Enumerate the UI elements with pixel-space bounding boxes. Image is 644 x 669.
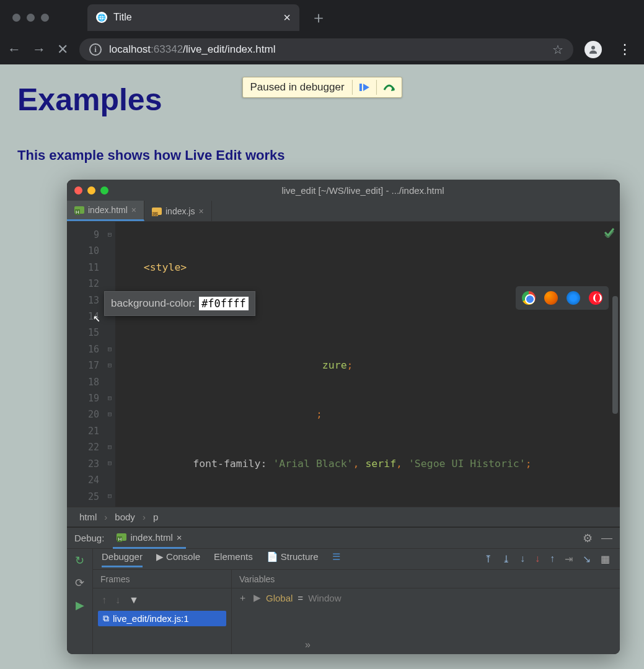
ide-title: live_edit [~/WS/live_edit] - .../index.h… <box>113 185 612 196</box>
force-step-icon[interactable]: ↓ <box>535 553 540 565</box>
tab-console[interactable]: ▶ Console <box>156 551 200 567</box>
stack-frame[interactable]: ⧉ live_edit/index.js:1 <box>98 611 226 626</box>
debugger-paused-badge: Paused in debugger <box>242 77 402 98</box>
debug-toolbar: Debugger ▶ Console Elements 📄 Structure … <box>93 549 620 570</box>
add-watch-button[interactable]: ＋ <box>238 592 247 604</box>
variables-column: Variables ＋ ▶ Global = Window <box>232 570 620 654</box>
debug-side-actions: ↻ ⟳ ▶ <box>67 549 93 654</box>
browser-preview-icons <box>516 286 609 310</box>
close-tab-icon[interactable]: × <box>131 205 136 215</box>
drop-frame-icon[interactable]: ↘ <box>583 553 591 565</box>
bookmark-icon[interactable]: ☆ <box>552 42 563 57</box>
breadcrumb[interactable]: html› body› p <box>67 507 620 527</box>
frames-column: Frames ↑ ↓ ▼ ⧉ live_edit/index.js:1 <box>93 570 232 654</box>
minimize-icon[interactable]: — <box>601 531 612 544</box>
address-bar: ← → ✕ i localhost:63342/live_edit/index.… <box>0 35 644 64</box>
new-tab-button[interactable]: ＋ <box>299 7 338 28</box>
tab-elements[interactable]: Elements <box>214 551 253 567</box>
ide-titlebar[interactable]: live_edit [~/WS/live_edit] - .../index.h… <box>67 180 620 201</box>
hint-value: #f0ffff <box>199 297 249 310</box>
ide-max-icon[interactable] <box>100 186 108 195</box>
variable-row[interactable]: ▶ Global = Window <box>254 592 341 603</box>
html-file-icon <box>117 533 126 541</box>
reload-button[interactable]: ⟳ <box>75 576 84 590</box>
site-info-icon[interactable]: i <box>89 43 102 56</box>
tab-label: index.js <box>165 206 195 216</box>
stop-button[interactable]: ✕ <box>57 42 68 58</box>
opera-icon[interactable] <box>589 291 602 305</box>
gear-icon[interactable]: ⚙ <box>583 531 593 545</box>
line-numbers: 910111213141516171819202122232425 <box>67 222 104 507</box>
debug-label: Debug: <box>74 533 104 543</box>
close-tab-icon[interactable]: × <box>198 206 203 216</box>
hint-label: background-color: <box>111 297 195 310</box>
close-icon[interactable]: × <box>177 532 182 543</box>
html-file-icon <box>74 206 84 214</box>
debug-panel-header: Debug: index.html × ⚙ — <box>67 528 620 549</box>
vertical-scrollbar[interactable] <box>612 296 618 414</box>
debugger-step-button[interactable] <box>376 80 402 95</box>
ide-traffic-lights[interactable] <box>74 186 108 195</box>
variables-header: Variables <box>232 570 620 588</box>
chrome-icon[interactable] <box>522 291 536 305</box>
tab-strip: 🌐 Title × ＋ <box>0 0 644 35</box>
debug-panel: Debug: index.html × ⚙ — ↻ ⟳ ▶ Debugger <box>67 527 620 654</box>
debug-config-tab[interactable]: index.html × <box>113 528 185 549</box>
profile-button[interactable] <box>584 41 602 58</box>
browser-chrome: 🌐 Title × ＋ ← → ✕ i localhost:63342/live… <box>0 0 644 64</box>
forward-button[interactable]: → <box>32 42 46 58</box>
next-frame-icon[interactable]: ↓ <box>115 595 120 606</box>
step-out-icon[interactable]: ↑ <box>550 553 555 565</box>
frames-header: Frames <box>93 570 231 588</box>
favicon-icon: 🌐 <box>96 12 107 23</box>
url-input[interactable]: i localhost:63342/live_edit/index.html ☆ <box>79 38 573 61</box>
inspection-ok-icon[interactable] <box>604 227 615 240</box>
debugger-resume-button[interactable] <box>352 80 376 95</box>
rerun-button[interactable]: ↻ <box>75 554 84 567</box>
frame-nav: ↑ ↓ ▼ <box>98 592 226 608</box>
firefox-icon[interactable] <box>544 291 558 305</box>
editor-area[interactable]: 910111213141516171819202122232425 ⊟⊟⊟⊟⊟⊟… <box>67 222 620 507</box>
menu-icon[interactable]: ⋮ <box>613 42 637 58</box>
tab-index-html[interactable]: index.html × <box>67 201 144 221</box>
js-file-icon <box>152 208 162 215</box>
fold-column[interactable]: ⊟⊟⊟⊟⊟⊟⊟⊟ <box>104 222 115 507</box>
safari-icon[interactable] <box>567 291 580 305</box>
more-icon[interactable]: » <box>305 639 311 650</box>
expand-icon[interactable]: ▶ <box>254 592 261 603</box>
ide-close-icon[interactable] <box>74 186 82 195</box>
window-controls[interactable] <box>5 14 56 22</box>
svg-point-0 <box>591 46 595 50</box>
prev-frame-icon[interactable]: ↑ <box>102 595 107 606</box>
tab-index-js[interactable]: index.js × <box>144 201 212 221</box>
min-dot[interactable] <box>27 14 35 22</box>
step-into-icon[interactable]: ⤓ <box>502 553 510 565</box>
max-dot[interactable] <box>41 14 49 22</box>
resume-button[interactable]: ▶ <box>76 598 84 612</box>
run-to-cursor-icon[interactable]: ⇥ <box>565 553 573 565</box>
url-text: localhost:63342/live_edit/index.html <box>109 43 275 56</box>
frame-icon: ⧉ <box>103 613 109 624</box>
ide-min-icon[interactable] <box>87 186 95 195</box>
calculator-icon[interactable]: ▦ <box>601 553 610 565</box>
page-paragraph: This example shows how Live Edit works <box>17 147 627 164</box>
layout-icon[interactable]: ☰ <box>332 551 340 567</box>
step-into-my-icon[interactable]: ↓ <box>520 553 525 565</box>
code-hint-popup[interactable]: background-color: #f0ffff <box>104 291 255 316</box>
step-over-icon[interactable]: ⤒ <box>484 553 492 565</box>
filter-icon[interactable]: ▼ <box>129 595 139 606</box>
mouse-cursor-icon: ↖ <box>93 310 100 325</box>
tab-title: Title <box>113 12 132 23</box>
tab-debugger[interactable]: Debugger <box>102 551 143 567</box>
close-dot[interactable] <box>12 14 20 22</box>
svg-rect-1 <box>359 84 362 91</box>
browser-tab[interactable]: 🌐 Title × <box>87 4 299 31</box>
back-button[interactable]: ← <box>7 42 21 58</box>
badge-text: Paused in debugger <box>242 77 351 97</box>
close-tab-icon[interactable]: × <box>283 11 291 25</box>
tab-structure[interactable]: 📄 Structure <box>267 551 319 567</box>
tab-label: index.html <box>88 205 128 215</box>
ide-window: live_edit [~/WS/live_edit] - .../index.h… <box>67 180 620 654</box>
editor-tabs: index.html × index.js × <box>67 201 620 222</box>
code-text[interactable]: <style> zure; ; font-family: 'Arial Blac… <box>115 222 620 507</box>
